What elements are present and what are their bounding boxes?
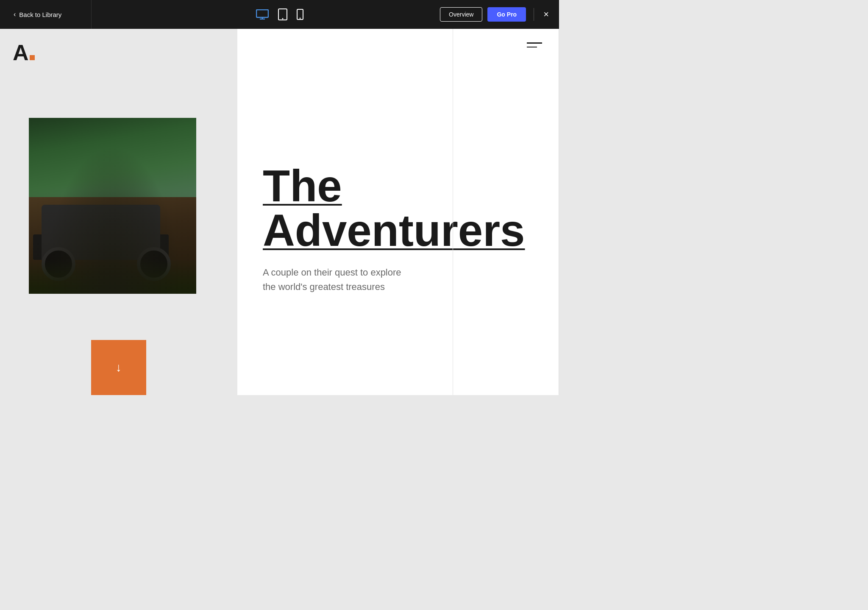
go-pro-button[interactable]: Go Pro: [487, 7, 526, 22]
hero-subtitle: A couple on their quest to explore the w…: [263, 265, 483, 294]
jeep-photo: [29, 118, 196, 294]
down-arrow-icon: ↓: [116, 362, 122, 373]
chevron-left-icon: ‹: [14, 11, 16, 18]
back-to-library-button[interactable]: ‹ Back to Library: [8, 7, 67, 22]
hamburger-menu[interactable]: [527, 42, 542, 47]
logo-area: A: [13, 42, 35, 64]
hamburger-line-1: [527, 42, 542, 44]
desktop-icon[interactable]: [256, 9, 269, 19]
nav-right-actions: Overview Go Pro ×: [440, 7, 551, 22]
vertical-divider-1: [453, 29, 453, 395]
hamburger-line-2: [527, 47, 537, 48]
left-panel: A ↓: [0, 29, 237, 395]
svg-point-4: [282, 18, 283, 19]
scroll-down-button[interactable]: ↓: [91, 340, 146, 395]
phone-icon[interactable]: [297, 9, 303, 20]
top-navigation: ‹ Back to Library Overvi: [0, 0, 559, 29]
main-content: A ↓: [0, 29, 559, 395]
right-panel: The Adventurers A couple on their quest …: [237, 29, 559, 395]
svg-rect-0: [256, 10, 268, 17]
tablet-icon[interactable]: [278, 8, 287, 20]
close-button[interactable]: ×: [542, 8, 551, 21]
hero-title-line1: The: [263, 164, 534, 208]
overview-button[interactable]: Overview: [440, 7, 482, 22]
hero-content: The Adventurers A couple on their quest …: [237, 29, 559, 395]
subtitle-line2: the world's greatest treasures: [263, 281, 385, 292]
hero-title: The Adventurers: [263, 164, 534, 253]
nav-divider-left: [91, 0, 92, 29]
logo-text: A: [13, 40, 35, 65]
svg-point-6: [299, 18, 300, 19]
scene-overlay: [29, 118, 196, 294]
nav-divider-right: [534, 8, 534, 21]
back-label: Back to Library: [19, 11, 61, 18]
adventure-image: [29, 118, 196, 294]
device-selector: [256, 8, 303, 20]
hero-title-line2: Adventurers: [263, 208, 534, 253]
subtitle-line1: A couple on their quest to explore: [263, 267, 401, 278]
vertical-divider-2: [559, 29, 559, 395]
logo-dot: [30, 55, 35, 60]
